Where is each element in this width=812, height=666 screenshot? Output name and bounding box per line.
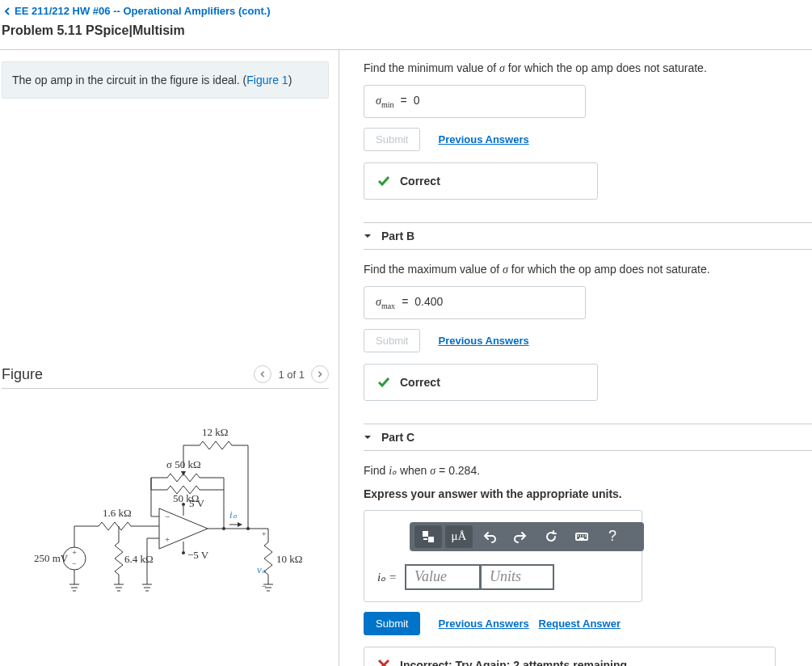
part-b-previous-link[interactable]: Previous Answers xyxy=(438,335,528,347)
units-input[interactable]: Units xyxy=(482,564,554,590)
back-link-label: EE 211/212 HW #06 -- Operational Amplifi… xyxy=(15,5,271,17)
svg-text:−: − xyxy=(165,512,170,521)
caret-down-icon xyxy=(364,232,372,240)
part-b-value: 0.400 xyxy=(414,295,443,308)
caret-down-icon xyxy=(364,433,372,441)
keyboard-tool[interactable] xyxy=(568,525,595,548)
part-c-previous-link[interactable]: Previous Answers xyxy=(438,618,528,630)
x-icon xyxy=(377,659,390,666)
checkmark-icon xyxy=(377,376,390,389)
svg-text:50 kΩ: 50 kΩ xyxy=(173,492,199,504)
intro-box: The op amp in the circuit in the figure … xyxy=(2,61,329,99)
svg-text:−: − xyxy=(262,582,267,591)
part-c-input-panel: μÅ ? iₒ = Value xyxy=(364,510,642,602)
redo-icon xyxy=(514,530,527,543)
part-c-header[interactable]: Part C xyxy=(364,424,812,451)
svg-text:+: + xyxy=(72,548,77,557)
problem-title: Problem 5.11 PSpice|Multisim xyxy=(2,23,812,38)
svg-text:250 mV: 250 mV xyxy=(34,552,69,564)
part-b-answer-box: σmax = 0.400 xyxy=(364,286,586,319)
svg-text:10 kΩ: 10 kΩ xyxy=(276,553,302,565)
units-tool[interactable]: μÅ xyxy=(445,525,473,548)
keyboard-icon xyxy=(575,530,588,543)
svg-text:vₒ: vₒ xyxy=(257,563,267,575)
figure-pager: 1 of 1 xyxy=(254,365,329,383)
svg-point-22 xyxy=(182,551,185,554)
part-b-submit-button[interactable]: Submit xyxy=(364,329,420,352)
part-b-question: Find the maximum value of σ for which th… xyxy=(364,263,812,276)
part-c-error: Incorrect; Try Again; 2 attempts remaini… xyxy=(364,647,776,666)
svg-text:+: + xyxy=(165,534,170,544)
chevron-left-icon xyxy=(3,7,11,15)
request-answer-link[interactable]: Request Answer xyxy=(539,618,621,630)
svg-point-42 xyxy=(246,527,250,530)
part-a-submit-button[interactable]: Submit xyxy=(364,128,420,151)
circuit-figure: + − 250 mV 1.6 kΩ 6.4 kΩ − xyxy=(2,413,329,609)
svg-rect-63 xyxy=(423,532,427,536)
intro-text-after: ) xyxy=(288,74,292,86)
svg-text:−: − xyxy=(72,559,77,568)
part-c-submit-button[interactable]: Submit xyxy=(364,612,420,635)
figure-prev-button[interactable] xyxy=(254,365,271,383)
svg-text:1.6 kΩ: 1.6 kΩ xyxy=(103,507,132,519)
help-tool[interactable]: ? xyxy=(599,525,626,548)
part-c-question: Find iₒ when σ = 0.284. xyxy=(364,464,812,478)
checkmark-icon xyxy=(377,175,390,188)
back-link[interactable]: EE 211/212 HW #06 -- Operational Amplifi… xyxy=(0,0,812,19)
part-c-instruction: Express your answer with the appropriate… xyxy=(364,487,812,500)
answer-toolbar: μÅ ? xyxy=(410,522,644,551)
figure-link[interactable]: Figure 1 xyxy=(246,74,288,86)
part-b-header[interactable]: Part B xyxy=(364,222,812,250)
part-b-status: Correct xyxy=(364,364,598,401)
svg-text:6.4 kΩ: 6.4 kΩ xyxy=(124,553,154,565)
redo-tool[interactable] xyxy=(507,525,534,548)
intro-text-before: The op amp in the circuit in the figure … xyxy=(12,74,246,86)
part-c-lhs: iₒ = xyxy=(377,570,397,584)
reset-tool[interactable] xyxy=(537,525,565,548)
svg-text:+: + xyxy=(262,529,267,538)
part-a-answer-box: σmin = 0 xyxy=(364,85,586,118)
svg-text:12 kΩ: 12 kΩ xyxy=(202,426,228,438)
reset-icon xyxy=(545,530,557,543)
figure-pager-label: 1 of 1 xyxy=(278,369,305,381)
undo-tool[interactable] xyxy=(476,525,503,548)
svg-text:−5 V: −5 V xyxy=(187,549,209,561)
figure-next-button[interactable] xyxy=(311,365,329,383)
part-a-previous-link[interactable]: Previous Answers xyxy=(438,133,528,145)
value-input[interactable]: Value xyxy=(405,564,482,590)
part-a-value: 0 xyxy=(414,94,420,107)
svg-rect-64 xyxy=(429,537,433,542)
figure-label: Figure xyxy=(2,366,43,383)
svg-text:iₒ: iₒ xyxy=(229,508,238,521)
part-a-question: Find the minimum value of σ for which th… xyxy=(364,61,812,75)
part-a-status: Correct xyxy=(364,162,598,200)
undo-icon xyxy=(483,530,496,543)
template-tool[interactable] xyxy=(414,525,442,548)
